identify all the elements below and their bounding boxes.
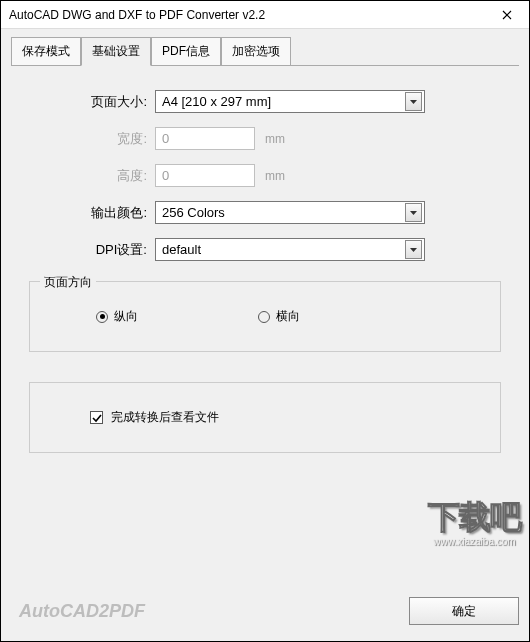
tab-bar: 保存模式 基础设置 PDF信息 加密选项 [11,37,529,66]
tab-content: 页面大小: A4 [210 x 297 mm] 宽度: mm 高度: mm 输出… [11,65,519,587]
orientation-legend: 页面方向 [40,274,96,291]
radio-icon [96,311,108,323]
page-size-value: A4 [210 x 297 mm] [162,94,271,109]
dpi-select[interactable]: default [155,238,425,261]
radio-portrait[interactable]: 纵向 [96,308,138,325]
tab-basic-settings[interactable]: 基础设置 [81,37,151,66]
watermark: 下载吧 www.xiazaiba.com [428,496,521,547]
watermark-main: 下载吧 [428,496,521,540]
chevron-down-icon [405,92,422,111]
width-label: 宽度: [25,130,155,148]
orientation-fieldset: 页面方向 纵向 横向 [29,281,501,352]
height-input [155,164,255,187]
dpi-row: DPI设置: default [25,238,505,261]
dpi-value: default [162,242,201,257]
tab-encrypt-options[interactable]: 加密选项 [221,37,291,66]
chevron-down-icon [405,240,422,259]
height-label: 高度: [25,167,155,185]
output-color-value: 256 Colors [162,205,225,220]
close-icon [502,10,512,20]
window-title: AutoCAD DWG and DXF to PDF Converter v2.… [9,8,265,22]
watermark-sub: www.xiazaiba.com [428,536,521,547]
width-input [155,127,255,150]
output-color-select[interactable]: 256 Colors [155,201,425,224]
footer: AutoCAD2PDF 确定 [1,587,529,641]
tab-save-mode[interactable]: 保存模式 [11,37,81,66]
output-color-label: 输出颜色: [25,204,155,222]
close-button[interactable] [485,1,529,29]
ok-button[interactable]: 确定 [409,597,519,625]
open-after-checkbox[interactable]: 完成转换后查看文件 [90,409,484,426]
width-unit: mm [265,132,285,146]
checkbox-icon [90,411,103,424]
titlebar: AutoCAD DWG and DXF to PDF Converter v2.… [1,1,529,29]
page-size-label: 页面大小: [25,93,155,111]
height-row: 高度: mm [25,164,505,187]
brand-text: AutoCAD2PDF [19,601,145,622]
dpi-label: DPI设置: [25,241,155,259]
page-size-select[interactable]: A4 [210 x 297 mm] [155,90,425,113]
orientation-radio-group: 纵向 横向 [46,308,484,325]
radio-landscape[interactable]: 横向 [258,308,300,325]
view-after-fieldset: 完成转换后查看文件 [29,382,501,453]
radio-portrait-label: 纵向 [114,308,138,325]
output-color-row: 输出颜色: 256 Colors [25,201,505,224]
height-unit: mm [265,169,285,183]
window: AutoCAD DWG and DXF to PDF Converter v2.… [0,0,530,642]
open-after-label: 完成转换后查看文件 [111,409,219,426]
tab-pdf-info[interactable]: PDF信息 [151,37,221,66]
page-size-row: 页面大小: A4 [210 x 297 mm] [25,90,505,113]
width-row: 宽度: mm [25,127,505,150]
radio-icon [258,311,270,323]
radio-landscape-label: 横向 [276,308,300,325]
chevron-down-icon [405,203,422,222]
